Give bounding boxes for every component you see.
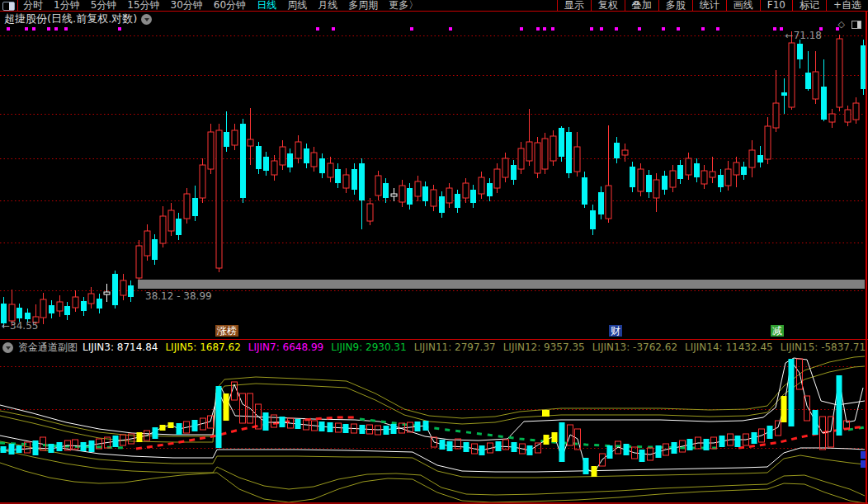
charts-canvas[interactable] (0, 0, 868, 504)
tool-button-5[interactable]: 画线 (726, 0, 760, 11)
period-tab-1[interactable]: 1分钟 (54, 0, 80, 11)
tool-button-6[interactable]: F10 (760, 0, 792, 11)
indicator-field-6: LIJIN13: -3762.62 (592, 341, 677, 354)
price-label-high: ←71.18 (785, 30, 822, 41)
period-menu: 分时1分钟5分钟15分钟30分钟60分钟日线周线月线多周期更多〉 (23, 0, 418, 11)
chevron-down-icon[interactable] (141, 14, 152, 25)
diamond-icon[interactable]: ◇ (838, 19, 845, 30)
indicator-field-5: LIJIN12: 9357.35 (503, 341, 585, 354)
toolbar-divider (17, 0, 18, 11)
indicator-collapse-icon[interactable] (2, 342, 13, 353)
chart-corner-icons: ◇ (838, 19, 861, 30)
period-tab-4[interactable]: 30分钟 (171, 0, 203, 11)
indicator-title: 资金通道副图 (18, 341, 78, 354)
period-tab-10[interactable]: 更多〉 (389, 0, 418, 11)
tool-button-1[interactable]: 复权 (591, 0, 625, 11)
toolbar: 分时1分钟5分钟15分钟30分钟60分钟日线周线月线多周期更多〉 显示复权叠加多… (0, 0, 868, 11)
finance-badge: 财 (609, 325, 622, 337)
period-tab-5[interactable]: 60分钟 (214, 0, 246, 11)
reduce-badge: 减 (771, 325, 784, 337)
indicator-field-3: LIJIN9: 2930.31 (331, 341, 406, 354)
period-tab-2[interactable]: 5分钟 (91, 0, 117, 11)
price-label-low: ←34.55 (2, 320, 38, 332)
tool-button-8[interactable]: +自选 (826, 0, 868, 11)
period-tab-7[interactable]: 周线 (287, 0, 307, 11)
period-tab-8[interactable]: 月线 (318, 0, 337, 11)
indicator-field-2: LIJIN7: 6648.99 (248, 341, 323, 354)
period-tab-0[interactable]: 分时 (23, 0, 43, 11)
layout-panel-icon[interactable] (2, 2, 15, 11)
indicator-field-4: LIJIN11: 2797.37 (414, 341, 496, 354)
symbol-titlebar: 超捷股份(日线.前复权.对数) (4, 12, 152, 26)
period-tab-6[interactable]: 日线 (257, 0, 276, 11)
price-label-band-range: 38.12 - 38.99 (145, 290, 212, 302)
indicator-field-1: LIJIN5: 1687.62 (165, 341, 240, 354)
period-tab-3[interactable]: 15分钟 (127, 0, 159, 11)
indicator-header: 资金通道副图 LIJIN3: 8714.84LIJIN5: 1687.62LIJ… (2, 341, 868, 354)
indicator-values: LIJIN3: 8714.84LIJIN5: 1687.62LIJIN7: 66… (83, 341, 868, 354)
rank-badge: 涨榜 (215, 325, 238, 337)
trading-app-window: 分时1分钟5分钟15分钟30分钟60分钟日线周线月线多周期更多〉 显示复权叠加多… (0, 0, 868, 504)
indicator-field-0: LIJIN3: 8714.84 (83, 341, 158, 354)
tool-button-7[interactable]: 标记 (792, 0, 826, 11)
symbol-title: 超捷股份(日线.前复权.对数) (4, 12, 137, 26)
period-tab-9[interactable]: 多周期 (348, 0, 378, 11)
tool-button-4[interactable]: 统计 (692, 0, 726, 11)
tool-button-3[interactable]: 多股 (658, 0, 692, 11)
indicator-field-8: LIJIN15: -5837.71 (781, 341, 866, 354)
indicator-field-7: LIJIN14: 11432.45 (685, 341, 773, 354)
tools-menu: 显示复权叠加多股统计画线F10标记+自选 (557, 0, 868, 11)
tool-button-0[interactable]: 显示 (557, 0, 591, 11)
tool-button-2[interactable]: 叠加 (625, 0, 658, 11)
split-window-icon[interactable] (851, 21, 861, 29)
